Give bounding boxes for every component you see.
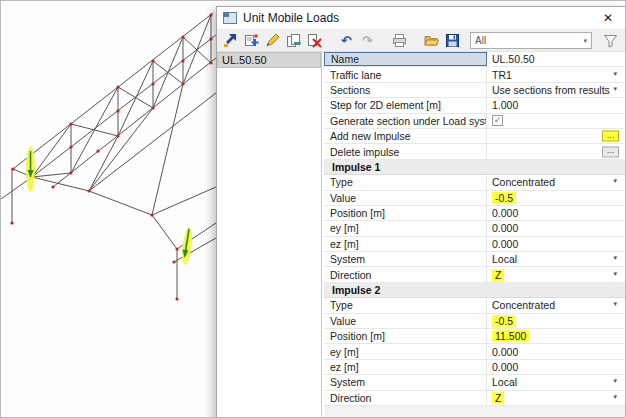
property-row-value: Value-0.5: [324, 314, 625, 329]
ok-close-icon: [223, 33, 238, 48]
chevron-down-icon[interactable]: ▾: [613, 378, 617, 386]
chevron-down-icon[interactable]: ▾: [613, 301, 617, 309]
print-button[interactable]: [391, 32, 408, 49]
property-row-direction: DirectionZ▾: [324, 267, 625, 282]
save-button[interactable]: [444, 32, 461, 49]
property-value[interactable]: Concentrated▾: [487, 175, 625, 189]
model-node: [209, 37, 212, 40]
print-icon: [392, 33, 407, 48]
checkbox-generate-section-under-load-system[interactable]: ✓: [492, 115, 503, 126]
value-text: 0.000: [492, 346, 518, 358]
unit-mobile-loads-dialog: Unit Mobile Loads ✕: [216, 6, 626, 418]
property-value[interactable]: 0.000: [487, 221, 625, 235]
model-node: [69, 171, 72, 174]
delete-impulse-ellipsis-button[interactable]: ...: [602, 146, 619, 157]
property-row-ez-m: ez [m]0.000: [324, 237, 625, 252]
impulse-1-load-arrow[interactable]: [26, 146, 35, 192]
model-node: [69, 122, 72, 125]
property-value: ...: [487, 129, 625, 143]
property-label: System: [324, 375, 487, 389]
property-value[interactable]: -0.5: [487, 191, 625, 205]
copy-icon: [286, 33, 301, 48]
value-text: Use sections from results: [492, 84, 610, 96]
chevron-down-icon: ▾: [583, 37, 587, 45]
value-text: 0.000: [492, 238, 518, 250]
property-row-ey-m: ey [m]0.000: [324, 344, 625, 359]
property-value[interactable]: 11.500: [487, 329, 625, 343]
value-text: TR1: [492, 69, 512, 81]
edit-button[interactable]: [264, 32, 281, 49]
chevron-down-icon[interactable]: ▾: [613, 178, 617, 186]
property-value[interactable]: 1.000: [487, 98, 625, 112]
model-node: [151, 59, 154, 62]
model-node: [87, 189, 90, 192]
property-label: ez [m]: [324, 237, 487, 251]
dialog-icon: [223, 12, 237, 24]
property-value[interactable]: Use sections from results▾: [487, 83, 625, 97]
model-node: [181, 35, 184, 38]
property-value[interactable]: Local▾: [487, 375, 625, 389]
property-label: Position [m]: [324, 329, 487, 343]
application-screen: Unit Mobile Loads ✕: [0, 0, 626, 418]
delete-item-icon: [307, 33, 322, 48]
value-text: 1.000: [492, 99, 518, 111]
model-node: [96, 149, 99, 152]
model-node: [11, 167, 14, 170]
property-row-system: SystemLocal▾: [324, 375, 625, 390]
new-item-button[interactable]: [243, 32, 260, 49]
chevron-down-icon[interactable]: ▾: [613, 70, 617, 78]
section-header-impulse-1: Impulse 1: [324, 160, 625, 175]
property-value[interactable]: Concentrated▾: [487, 298, 625, 312]
property-row-position-m: Position [m]11.500: [324, 329, 625, 344]
redo-button[interactable]: ↷: [359, 32, 376, 49]
property-label: Position [m]: [324, 206, 487, 220]
property-label: Generate section under Load system: [324, 114, 487, 128]
property-value[interactable]: 0.000: [487, 344, 625, 358]
model-node: [209, 13, 212, 16]
chevron-down-icon[interactable]: ▾: [613, 270, 617, 278]
property-label: Direction: [324, 267, 487, 281]
property-value[interactable]: 0.000: [487, 237, 625, 251]
property-value[interactable]: TR1▾: [487, 67, 625, 81]
undo-button[interactable]: ↶: [338, 32, 355, 49]
property-label: Direction: [324, 391, 487, 405]
model-node: [175, 297, 178, 300]
property-label: Add new Impulse: [324, 129, 487, 143]
property-value[interactable]: Local▾: [487, 252, 625, 266]
add-new-impulse-ellipsis-button[interactable]: ...: [602, 131, 619, 142]
model-node: [181, 59, 184, 62]
delete-item-button[interactable]: [306, 32, 323, 49]
property-row-add-new-impulse: Add new Impulse...: [324, 129, 625, 144]
section-header-impulse-2: Impulse 2: [324, 283, 625, 298]
property-row-ey-m: ey [m]0.000: [324, 221, 625, 236]
save-floppy-icon: [445, 33, 460, 48]
value-text: 11.500: [492, 330, 529, 342]
property-value[interactable]: 0.000: [487, 206, 625, 220]
new-item-icon: [244, 33, 259, 48]
property-row-value: Value-0.5: [324, 191, 625, 206]
open-button[interactable]: [423, 32, 440, 49]
property-value[interactable]: 0.000: [487, 360, 625, 374]
close-button[interactable]: ✕: [591, 7, 625, 29]
chevron-down-icon[interactable]: ▾: [613, 393, 617, 401]
model-node: [150, 213, 153, 216]
model-node: [181, 82, 184, 85]
chevron-down-icon[interactable]: ▾: [613, 85, 617, 93]
ok-close-button[interactable]: [222, 32, 239, 49]
list-item-ul-50-50[interactable]: UL.50.50: [217, 52, 321, 68]
copy-button[interactable]: [285, 32, 302, 49]
property-value[interactable]: Z▾: [487, 267, 625, 281]
property-value[interactable]: ✓: [487, 114, 625, 128]
dialog-titlebar[interactable]: Unit Mobile Loads ✕: [217, 7, 625, 29]
model-node: [151, 82, 154, 85]
filter-button[interactable]: [600, 32, 620, 49]
property-value[interactable]: -0.5: [487, 314, 625, 328]
property-label: Sections: [324, 83, 487, 97]
property-value[interactable]: Z▾: [487, 391, 625, 405]
redo-icon: ↷: [362, 33, 373, 48]
chevron-down-icon[interactable]: ▾: [613, 255, 617, 263]
filter-combobox[interactable]: All ▾: [470, 32, 592, 49]
property-value[interactable]: UL.50.50: [487, 52, 625, 66]
property-label: Type: [324, 175, 487, 189]
value-text: -0.5: [492, 315, 516, 327]
